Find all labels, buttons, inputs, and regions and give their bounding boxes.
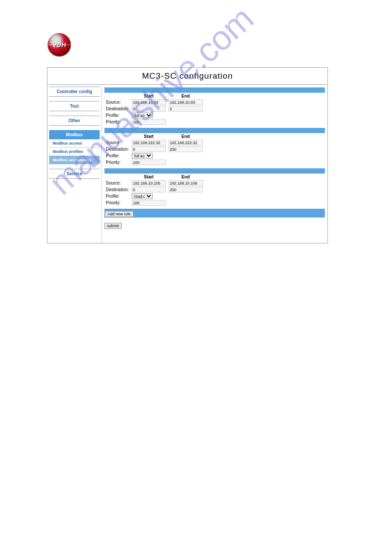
dest-start-input[interactable]: [132, 106, 166, 112]
nav-service[interactable]: Service: [49, 169, 100, 179]
label-source: Source:: [104, 139, 130, 146]
nav-controller-config[interactable]: Controller config: [49, 87, 100, 97]
subnav-modbus-accessrules[interactable]: Modbus accessrules: [49, 156, 100, 164]
col-start: Start: [130, 134, 167, 139]
page-title: MC3-SC configuration: [142, 71, 233, 80]
nav-modbus[interactable]: Modbus: [49, 130, 100, 139]
source-end-input[interactable]: [169, 180, 203, 186]
priority-input[interactable]: [132, 200, 166, 206]
content-area: Controller config Test Other Modbus Modb…: [47, 85, 327, 243]
label-profile: Profile:: [104, 112, 130, 119]
label-profile: Profile:: [104, 152, 130, 159]
rule-table: Start End Source: Destination: Pro: [104, 134, 204, 166]
main-panel: Start End Source: Destination: Pro: [102, 85, 327, 243]
rule-block: Start End Source: Destination: Pro: [104, 128, 325, 166]
label-destination: Destination:: [104, 105, 130, 112]
sidebar: Controller config Test Other Modbus Modb…: [47, 85, 102, 243]
profile-select[interactable]: full access: [132, 112, 153, 118]
add-new-rule-button[interactable]: Add new rule: [105, 211, 133, 217]
subnav-modbus-profiles[interactable]: Modbus profiles: [49, 148, 100, 156]
dest-end-input[interactable]: [169, 106, 203, 112]
logo-area: VDH: [47, 33, 71, 57]
label-destination: Destination:: [104, 186, 130, 193]
config-window: MC3-SC configuration Controller config T…: [47, 67, 328, 243]
label-priority: Priority:: [104, 159, 130, 166]
submit-button[interactable]: submit: [104, 223, 122, 229]
title-bar: MC3-SC configuration: [47, 68, 327, 85]
source-end-input[interactable]: [169, 99, 203, 105]
dest-start-input[interactable]: [132, 187, 166, 192]
col-start: Start: [130, 93, 167, 99]
modbus-subnav: Modbus access Modbus profiles Modbus acc…: [49, 139, 100, 164]
rule-table: Start End Source: Destination: Pro: [104, 174, 204, 206]
label-destination: Destination:: [104, 146, 130, 152]
rule-block: Start End Source: Destination: Pro: [104, 87, 325, 125]
col-end: End: [167, 134, 204, 139]
subnav-modbus-access[interactable]: Modbus access: [49, 139, 100, 148]
rule-header-bar: [104, 128, 325, 133]
rule-block: Start End Source: Destination: Pro: [104, 168, 325, 206]
nav-test[interactable]: Test: [49, 101, 100, 111]
label-source: Source:: [104, 180, 130, 186]
source-start-input[interactable]: [132, 140, 166, 145]
rule-header-bar: [104, 168, 325, 174]
col-start: Start: [130, 174, 167, 180]
dest-start-input[interactable]: [132, 146, 166, 152]
label-source: Source:: [104, 99, 130, 105]
label-priority: Priority:: [104, 200, 130, 206]
nav-other[interactable]: Other: [49, 116, 100, 126]
submit-row: submit: [104, 221, 325, 229]
source-end-input[interactable]: [169, 140, 203, 145]
dest-end-input[interactable]: [169, 146, 203, 152]
col-end: End: [167, 93, 204, 99]
priority-input[interactable]: [132, 119, 166, 125]
label-priority: Priority:: [104, 119, 130, 125]
rule-table: Start End Source: Destination: Pro: [104, 93, 204, 125]
source-start-input[interactable]: [132, 99, 166, 105]
rule-header-bar: [104, 87, 325, 93]
profile-select[interactable]: full access: [132, 153, 153, 159]
vdh-logo: VDH: [47, 33, 71, 57]
profile-select[interactable]: read-only: [132, 193, 153, 199]
add-rule-bar: Add new rule: [104, 209, 325, 218]
source-start-input[interactable]: [132, 180, 166, 186]
col-end: End: [167, 174, 204, 180]
priority-input[interactable]: [132, 160, 166, 165]
label-profile: Profile:: [104, 193, 130, 200]
dest-end-input[interactable]: [169, 187, 203, 192]
